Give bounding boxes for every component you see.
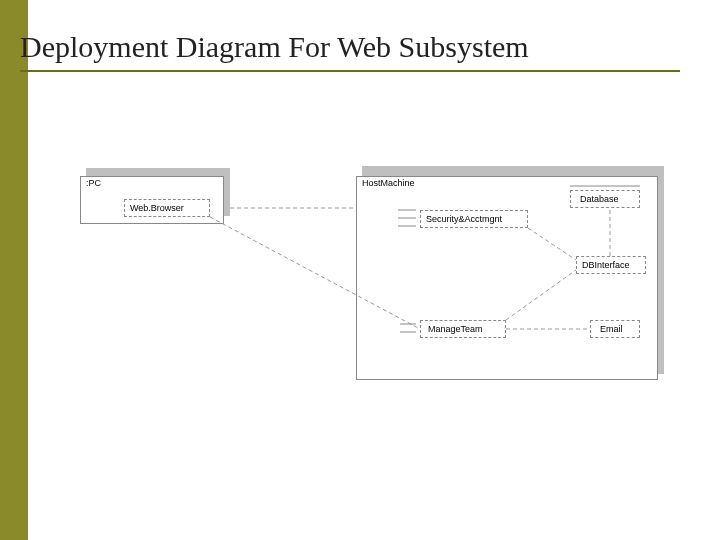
node-host-shadow-top bbox=[362, 166, 660, 176]
node-host-label: HostMachine bbox=[362, 178, 415, 188]
component-email-label: Email bbox=[600, 324, 623, 334]
diagram-canvas: :PC HostMachine Web.Browser Security&Acc… bbox=[0, 0, 720, 540]
node-pc-label: :PC bbox=[86, 178, 101, 188]
component-manageteam-label: ManageTeam bbox=[428, 324, 483, 334]
component-security-label: Security&Acctmgnt bbox=[426, 214, 502, 224]
component-dbinterface-label: DBInterface bbox=[582, 260, 630, 270]
component-database-label: Database bbox=[580, 194, 619, 204]
slide: Deployment Diagram For Web Subsystem :PC… bbox=[0, 0, 720, 540]
component-web-browser-label: Web.Browser bbox=[130, 203, 184, 213]
